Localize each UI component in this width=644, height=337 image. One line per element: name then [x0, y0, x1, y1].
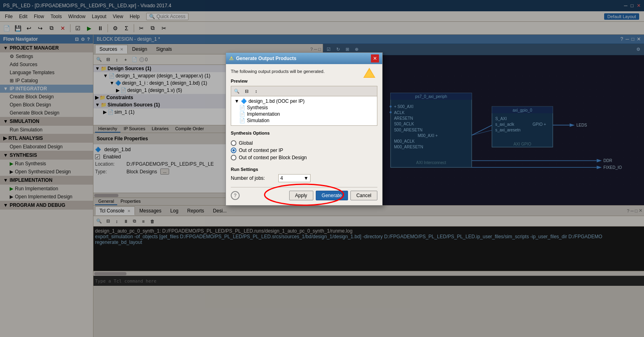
- generate-label: Generate: [322, 193, 342, 198]
- cancel-label: Cancel: [356, 193, 371, 198]
- radio-global-label: Global: [239, 140, 253, 146]
- dialog-title: ⚠ Generate Output Products: [229, 56, 296, 61]
- radio-global-circle: [231, 140, 236, 146]
- dialog-buttons-container: ? Apply Generate Cancel: [231, 187, 377, 200]
- preview-label: Preview: [231, 79, 377, 83]
- preview-expand-btn[interactable]: ↕: [252, 87, 260, 95]
- dialog-body: The following output products will be ge…: [226, 64, 382, 205]
- jobs-value: 4: [280, 175, 283, 181]
- preview-collapse-btn[interactable]: ⊟: [242, 87, 251, 95]
- radio-global[interactable]: Global: [231, 139, 377, 147]
- preview-search-btn[interactable]: 🔍: [233, 87, 241, 95]
- prev-impl-label: Implementation: [247, 111, 280, 117]
- dialog-help-btn[interactable]: ?: [231, 191, 240, 200]
- dialog-overlay[interactable]: ⚠ Generate Output Products ✕ The followi…: [0, 0, 644, 337]
- help-label: ?: [234, 193, 236, 198]
- dialog-close-btn[interactable]: ✕: [371, 54, 379, 62]
- preview-section: Preview 🔍 ⊟ ↕ ▼ 🔷 design_1.bd (OOC per I…: [231, 79, 377, 126]
- apply-label: Apply: [295, 193, 307, 198]
- radio-ooc-bd[interactable]: Out of context per Block Design: [231, 154, 377, 161]
- svg-marker-14: [364, 70, 374, 77]
- dialog-title-text: Generate Output Products: [236, 56, 296, 61]
- preview-root-toggle: ▼: [234, 98, 239, 104]
- preview-implementation[interactable]: 📄 Implementation: [233, 111, 375, 117]
- radio-ooc-bd-circle: [231, 155, 236, 160]
- dialog-title-bar: ⚠ Generate Output Products ✕: [226, 53, 382, 64]
- apply-button[interactable]: Apply: [289, 191, 313, 200]
- preview-root-label: design_1.bd (OOC per IP): [248, 98, 304, 104]
- jobs-row: Number of jobs: 4 ▼: [231, 174, 377, 182]
- synthesis-options: Synthesis Options Global Out of context …: [231, 131, 377, 163]
- jobs-dropdown-arrow: ▼: [304, 175, 309, 181]
- prev-synth-icon: 📄: [239, 105, 245, 110]
- preview-simulation[interactable]: 📄 Simulation: [233, 117, 375, 124]
- run-settings-label: Run Settings: [231, 167, 377, 172]
- preview-synthesis[interactable]: 📄 Synthesis: [233, 104, 375, 111]
- warning-icon: ⚠: [229, 56, 234, 61]
- radio-ooc-bd-label: Out of context per Block Design: [239, 155, 307, 160]
- dialog-desc-area: The following output products will be ge…: [231, 69, 377, 74]
- synth-options-label: Synthesis Options: [231, 131, 377, 135]
- prev-sim-icon: 📄: [239, 118, 245, 123]
- prev-sim-label: Simulation: [247, 118, 269, 123]
- prev-synth-label: Synthesis: [247, 105, 268, 110]
- preview-root-icon: 🔷: [241, 98, 247, 104]
- radio-ooc-ip[interactable]: Out of context per IP: [231, 147, 377, 154]
- radio-ooc-ip-label: Out of context per IP: [239, 148, 283, 153]
- preview-root[interactable]: ▼ 🔷 design_1.bd (OOC per IP): [233, 98, 375, 104]
- generate-button[interactable]: Generate: [316, 191, 348, 200]
- prev-impl-icon: 📄: [239, 111, 245, 117]
- cancel-button[interactable]: Cancel: [350, 191, 377, 200]
- radio-group: Global Out of context per IP Out of cont…: [231, 138, 377, 163]
- dialog-description: The following output products will be ge…: [231, 69, 377, 74]
- run-settings: Run Settings Number of jobs: 4 ▼: [231, 167, 377, 182]
- preview-toolbar: 🔍 ⊟ ↕: [231, 86, 377, 96]
- dialog-buttons: ? Apply Generate Cancel: [231, 187, 377, 200]
- preview-tree: ▼ 🔷 design_1.bd (OOC per IP) 📄 Synthesis…: [231, 96, 377, 126]
- radio-ooc-ip-circle: [231, 148, 236, 153]
- jobs-dropdown[interactable]: 4 ▼: [278, 174, 311, 182]
- vivado-logo: [361, 66, 377, 82]
- jobs-label: Number of jobs:: [231, 175, 275, 181]
- generate-output-dialog: ⚠ Generate Output Products ✕ The followi…: [226, 52, 383, 206]
